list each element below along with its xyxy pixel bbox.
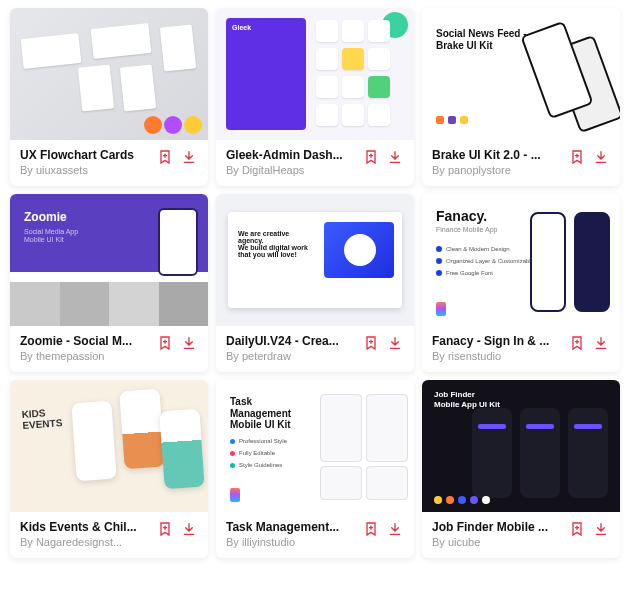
card-author[interactable]: By uiuxassets	[20, 164, 150, 176]
product-card[interactable]: Social News Feed - Brake UI Kit Brake UI…	[422, 8, 620, 186]
product-card[interactable]: Gleek Gleek-Admin Dash... By DigitalHeap…	[216, 8, 414, 186]
card-author[interactable]: By uicube	[432, 536, 562, 548]
card-title[interactable]: Task Management...	[226, 520, 356, 534]
card-author[interactable]: By peterdraw	[226, 350, 356, 362]
card-title[interactable]: DailyUI.V24 - Crea...	[226, 334, 356, 348]
download-icon[interactable]	[592, 520, 610, 538]
download-icon[interactable]	[386, 334, 404, 352]
card-thumbnail[interactable]: KIDS EVENTS	[10, 380, 208, 512]
thumb-sub: Social Media App Mobile UI Kit	[24, 228, 78, 245]
figma-icon	[230, 488, 240, 502]
bookmark-icon[interactable]	[568, 148, 586, 166]
card-author[interactable]: By Nagaredesignst...	[20, 536, 150, 548]
card-thumbnail[interactable]: Task Management Mobile UI Kit Profession…	[216, 380, 414, 512]
thumb-label: Zoomie	[24, 210, 67, 224]
product-card[interactable]: KIDS EVENTS Kids Events & Chil... By Nag…	[10, 380, 208, 558]
download-icon[interactable]	[386, 520, 404, 538]
card-meta: Zoomie - Social M... By themepassion	[10, 326, 208, 372]
card-meta: Job Finder Mobile ... By uicube	[422, 512, 620, 558]
download-icon[interactable]	[592, 148, 610, 166]
product-card[interactable]: UX Flowchart Cards By uiuxassets	[10, 8, 208, 186]
card-meta: UX Flowchart Cards By uiuxassets	[10, 140, 208, 186]
product-card[interactable]: Zoomie Social Media App Mobile UI Kit Zo…	[10, 194, 208, 372]
thumb-label: KIDS EVENTS	[21, 406, 78, 431]
thumb-label: Job Finder Mobile App UI Kit	[434, 390, 500, 409]
card-title[interactable]: UX Flowchart Cards	[20, 148, 150, 162]
card-thumbnail[interactable]: We are creative agency. We build digital…	[216, 194, 414, 326]
card-author[interactable]: By themepassion	[20, 350, 150, 362]
bookmark-icon[interactable]	[568, 334, 586, 352]
card-meta: DailyUI.V24 - Crea... By peterdraw	[216, 326, 414, 372]
card-author[interactable]: By DigitalHeaps	[226, 164, 356, 176]
product-card[interactable]: Job Finder Mobile App UI Kit Job Finder …	[422, 380, 620, 558]
thumb-label: Fanacy.	[436, 208, 487, 224]
thumb-headline: Social News Feed - Brake UI Kit	[436, 28, 527, 52]
bookmark-icon[interactable]	[362, 148, 380, 166]
product-card[interactable]: Task Management Mobile UI Kit Profession…	[216, 380, 414, 558]
thumb-sub: Finance Mobile App	[436, 226, 497, 233]
card-thumbnail[interactable]: Gleek	[216, 8, 414, 140]
bookmark-icon[interactable]	[362, 334, 380, 352]
card-author[interactable]: By illiyinstudio	[226, 536, 356, 548]
card-title[interactable]: Gleek-Admin Dash...	[226, 148, 356, 162]
bookmark-icon[interactable]	[156, 148, 174, 166]
bookmark-icon[interactable]	[362, 520, 380, 538]
card-meta: Task Management... By illiyinstudio	[216, 512, 414, 558]
thumb-label: Gleek	[232, 24, 300, 31]
download-icon[interactable]	[180, 148, 198, 166]
card-author[interactable]: By panoplystore	[432, 164, 562, 176]
card-thumbnail[interactable]: Zoomie Social Media App Mobile UI Kit	[10, 194, 208, 326]
card-title[interactable]: Zoomie - Social M...	[20, 334, 150, 348]
card-title[interactable]: Fanacy - Sign In & ...	[432, 334, 562, 348]
card-title[interactable]: Kids Events & Chil...	[20, 520, 150, 534]
card-title[interactable]: Job Finder Mobile ...	[432, 520, 562, 534]
card-thumbnail[interactable]: Social News Feed - Brake UI Kit	[422, 8, 620, 140]
card-meta: Gleek-Admin Dash... By DigitalHeaps	[216, 140, 414, 186]
bookmark-icon[interactable]	[156, 334, 174, 352]
card-thumbnail[interactable]: Job Finder Mobile App UI Kit	[422, 380, 620, 512]
card-meta: Brake UI Kit 2.0 - ... By panoplystore	[422, 140, 620, 186]
card-thumbnail[interactable]: Fanacy. Finance Mobile App Clean & Moder…	[422, 194, 620, 326]
bookmark-icon[interactable]	[156, 520, 174, 538]
card-thumbnail[interactable]	[10, 8, 208, 140]
card-title[interactable]: Brake UI Kit 2.0 - ...	[432, 148, 562, 162]
product-grid: UX Flowchart Cards By uiuxassets Gleek	[10, 8, 620, 558]
download-icon[interactable]	[180, 520, 198, 538]
card-meta: Fanacy - Sign In & ... By risenstudio	[422, 326, 620, 372]
card-author[interactable]: By risenstudio	[432, 350, 562, 362]
product-card[interactable]: Fanacy. Finance Mobile App Clean & Moder…	[422, 194, 620, 372]
download-icon[interactable]	[180, 334, 198, 352]
thumb-copy: We are creative agency. We build digital…	[238, 230, 308, 258]
bookmark-icon[interactable]	[568, 520, 586, 538]
download-icon[interactable]	[592, 334, 610, 352]
product-card[interactable]: We are creative agency. We build digital…	[216, 194, 414, 372]
thumb-label: Task Management Mobile UI Kit	[230, 396, 310, 431]
card-meta: Kids Events & Chil... By Nagaredesignst.…	[10, 512, 208, 558]
download-icon[interactable]	[386, 148, 404, 166]
figma-icon	[436, 302, 446, 316]
